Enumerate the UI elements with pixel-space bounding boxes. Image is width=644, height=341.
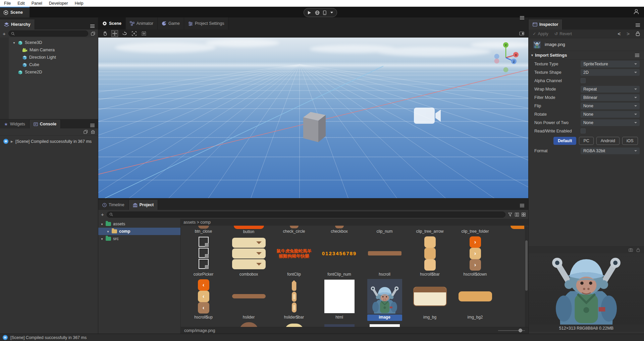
asset-img-bg[interactable]: img_bg [407, 278, 452, 321]
menu-file[interactable]: File [1, 0, 14, 7]
asset-partial-2[interactable] [271, 321, 317, 327]
asset-img-bg2[interactable]: img_bg2 [452, 278, 498, 321]
tab-hierarchy[interactable]: Hierarchy [0, 19, 35, 30]
texture-shape-select[interactable]: 2D [581, 69, 640, 76]
asset-btn-close[interactable]: btn_close [181, 226, 226, 235]
console-menu-icon[interactable] [90, 125, 95, 126]
read-write-checkbox[interactable] [581, 128, 586, 133]
filter-icon[interactable] [508, 213, 512, 217]
apply-button[interactable]: ✓Apply [533, 31, 548, 36]
log-expand-icon[interactable]: ▶ [11, 140, 13, 143]
web-preview-button[interactable] [315, 10, 320, 15]
asset-hslider-bar[interactable]: hslider$bar [271, 278, 317, 321]
asset-clip-tree-folder[interactable]: clip_tree_folder [452, 226, 498, 235]
asset-clip-tree-arrow[interactable]: clip_tree_arrow [407, 226, 452, 235]
log-entry[interactable]: ▶ [Scene] Compiled successfully in 367 m… [0, 138, 98, 145]
tab-timeline[interactable]: Timeline [98, 200, 129, 210]
viewport-menu-icon[interactable] [520, 17, 524, 18]
tab-console[interactable]: Console [30, 120, 61, 128]
asset-hslider[interactable]: hslider [226, 278, 271, 321]
import-settings-section[interactable]: ▾ Import Settings [529, 51, 644, 60]
tab-scene-view[interactable]: Scene [98, 17, 126, 30]
tree-node-scene2d[interactable]: Scene2D [0, 68, 98, 76]
hierarchy-menu-icon[interactable] [90, 26, 95, 26]
collapse-arrow-icon[interactable]: ▾ [12, 41, 16, 45]
asset-hscroll-down[interactable]: › › › hscroll$down [452, 235, 498, 278]
rect-tool[interactable] [141, 30, 147, 37]
project-menu-icon[interactable] [520, 205, 524, 206]
snapshot-icon[interactable] [629, 248, 633, 252]
asset-hscroll-up[interactable]: ‹ ‹ ‹ hscroll$up [181, 278, 226, 321]
history-forward-button[interactable]: > [627, 31, 630, 37]
asset-hscroll-bar[interactable]: hscroll$bar [407, 235, 452, 278]
selected-file-row[interactable]: image.png [529, 38, 644, 51]
window-tab-scene[interactable]: Scene [0, 7, 30, 17]
asset-html[interactable]: html [317, 278, 362, 321]
menu-panel[interactable]: Panel [28, 0, 46, 7]
duplicate-icon[interactable] [91, 32, 95, 36]
lock-icon[interactable] [636, 31, 640, 36]
format-select[interactable]: RGBA 32bit [581, 148, 640, 154]
tab-inspector[interactable]: Inspector [529, 19, 562, 30]
column-view-icon[interactable] [515, 213, 519, 217]
asset-hscroll[interactable]: hscroll [362, 235, 407, 278]
menu-edit[interactable]: Edit [14, 0, 28, 7]
asset-search-input[interactable] [107, 212, 505, 218]
breadcrumb[interactable]: assets > comp [181, 219, 528, 226]
section-menu-icon[interactable] [635, 55, 639, 56]
alpha-channel-checkbox[interactable] [581, 78, 586, 83]
tab-widgets[interactable]: ★ Widgets [0, 120, 30, 128]
wrap-mode-select[interactable]: Repeat [581, 86, 640, 93]
asset-partial-4[interactable] [362, 321, 407, 327]
tab-game[interactable]: Game [158, 17, 184, 30]
gizmo-settings-icon[interactable] [518, 30, 525, 37]
menu-developer[interactable]: Developer [46, 0, 71, 7]
hierarchy-search-input[interactable] [8, 31, 88, 37]
hand-tool[interactable] [102, 30, 108, 37]
scene-viewport[interactable]: Y X Z [98, 38, 528, 198]
filter-mode-select[interactable]: Bilinear [581, 94, 640, 101]
scale-tool[interactable] [131, 30, 138, 37]
mobile-preview-button[interactable] [323, 10, 326, 15]
add-asset-button[interactable]: + [101, 212, 104, 217]
asset-colorpicker[interactable]: colorPicker [181, 235, 226, 278]
platform-pc[interactable]: PC [579, 137, 593, 145]
tree-node-main-camera[interactable]: Main Camera [0, 46, 98, 54]
asset-partial-3[interactable] [317, 321, 362, 327]
asset-button[interactable]: button [226, 226, 271, 235]
tab-project-settings[interactable]: Project Settings [184, 17, 229, 30]
asset-image[interactable]: image [362, 278, 407, 321]
folder-assets[interactable]: ▾ assets [98, 220, 180, 228]
play-button[interactable] [307, 11, 311, 15]
asset-fontclip[interactable]: 鼠牛虎兔龍蛇馬羊 猴雞狗豬年快樂 fontClip [271, 235, 317, 278]
asset-clipped-right[interactable] [498, 226, 524, 235]
asset-scrollbar[interactable] [525, 226, 528, 334]
folder-comp[interactable]: ▾ comp [98, 228, 180, 235]
clear-log-icon[interactable] [91, 130, 95, 134]
move-tool[interactable] [111, 30, 118, 37]
asset-clip-num[interactable]: clip_num [362, 226, 407, 235]
flip-select[interactable]: None [581, 103, 640, 109]
add-node-button[interactable]: + [3, 31, 6, 37]
cube-object[interactable] [303, 112, 326, 142]
platform-ios[interactable]: iOS [622, 137, 638, 145]
asset-fontclip-num[interactable]: 0123456789 fontClip_num [317, 235, 362, 278]
tree-node-cube[interactable]: Cube [0, 61, 98, 68]
play-target-dropdown[interactable] [330, 11, 333, 14]
folder-src[interactable]: ▾ src [98, 235, 180, 242]
asset-combobox[interactable]: combobox [226, 235, 271, 278]
history-back-button[interactable]: < [618, 31, 621, 37]
npot-select[interactable]: None [581, 119, 640, 126]
rotate-select[interactable]: None [581, 111, 640, 118]
copy-log-icon[interactable] [84, 130, 88, 134]
asset-checkbox[interactable]: checkbox [317, 226, 362, 235]
texture-type-select[interactable]: SpriteTexture [581, 61, 640, 67]
rotate-tool[interactable] [121, 30, 128, 37]
tree-node-scene3d[interactable]: ▾ Scene3D [0, 39, 98, 46]
user-account-icon[interactable] [633, 9, 639, 15]
preview-lock-icon[interactable] [636, 248, 640, 252]
asset-check-circle[interactable]: check_circle [271, 226, 317, 235]
platform-default[interactable]: Default [553, 137, 576, 145]
tab-animator[interactable]: Animator [126, 17, 158, 30]
revert-button[interactable]: ↺Revert [554, 31, 572, 36]
